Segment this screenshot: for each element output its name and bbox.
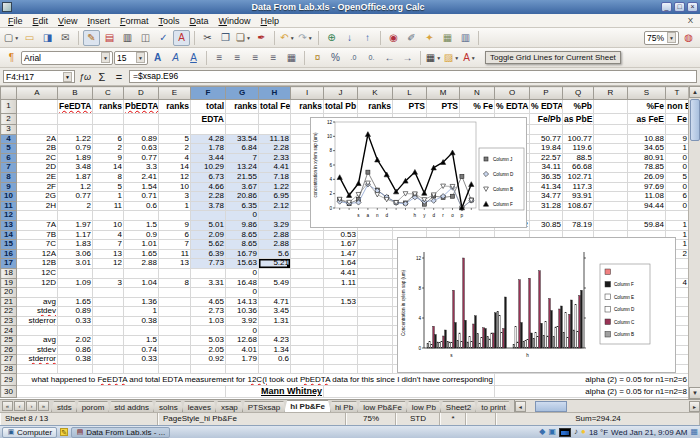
cell-D19[interactable]: 1.04	[124, 278, 159, 288]
cell-E5[interactable]: 2	[159, 144, 191, 154]
cell-G6[interactable]: 7	[226, 153, 259, 163]
cell-D25[interactable]: 1.5	[124, 336, 159, 346]
cell-G13[interactable]: 9.86	[226, 220, 259, 230]
cell-B13[interactable]: 1.97	[58, 220, 93, 230]
column-header-B[interactable]: B	[58, 87, 93, 100]
select-all-corner[interactable]	[1, 87, 17, 100]
column-header-S[interactable]: S	[628, 87, 666, 100]
cell-P12[interactable]	[530, 211, 563, 221]
styles-and-formatting-icon[interactable]: ¶	[3, 50, 20, 66]
cell-F2[interactable]: EDTA	[191, 114, 226, 125]
cell-T11[interactable]: 0	[666, 201, 689, 211]
cell-T5[interactable]: 1	[666, 144, 689, 154]
cell-A5[interactable]: 2B	[17, 144, 58, 154]
cell-C2[interactable]	[93, 114, 124, 125]
row-header-7[interactable]: 7	[1, 163, 17, 173]
cell-H9[interactable]: 1.22	[259, 182, 291, 192]
column-header-I[interactable]: I	[291, 87, 324, 100]
cell-C19[interactable]: 3	[93, 278, 124, 288]
cell-A16[interactable]: 12A	[17, 249, 58, 259]
column-header-P[interactable]: P	[530, 87, 563, 100]
cell-Q1[interactable]: %Pb	[563, 100, 594, 114]
cell-C8[interactable]: 8	[93, 172, 124, 182]
cell-B21[interactable]: 1.65	[58, 297, 93, 307]
cell-J14[interactable]: 0.53	[324, 230, 358, 240]
cell-F22[interactable]: 2.73	[191, 307, 226, 317]
cell-J17[interactable]: 1.64	[324, 259, 358, 269]
chevron-down-icon[interactable]: ▼	[101, 52, 110, 63]
cell-F20[interactable]	[191, 288, 226, 298]
cell-J1[interactable]: total Pb	[324, 100, 358, 114]
spellcheck-icon[interactable]: ✓	[155, 30, 172, 46]
cell-E27[interactable]	[159, 355, 191, 365]
sheet-tab-to-print[interactable]: to print	[475, 401, 509, 412]
cell-C12[interactable]	[93, 211, 124, 221]
scroll-up-icon[interactable]: ▲	[689, 86, 700, 98]
cell-Q2[interactable]: as PbE	[563, 114, 594, 125]
cell-E14[interactable]: 6	[159, 230, 191, 240]
cell-K17[interactable]	[358, 259, 393, 269]
cell-J19[interactable]: 1.11	[324, 278, 358, 288]
cell-K26[interactable]	[358, 345, 393, 355]
column-header-F[interactable]: F	[191, 87, 226, 100]
cell-B5[interactable]: 0.79	[58, 144, 93, 154]
chevron-down-icon[interactable]: ▼	[136, 52, 145, 63]
cell-G1[interactable]: ranks	[226, 100, 259, 114]
cell-G27[interactable]: 1.79	[226, 355, 259, 365]
cell-B15[interactable]: 1.83	[58, 240, 93, 250]
cell-I24[interactable]	[291, 326, 324, 336]
cell-S7[interactable]: 78.85	[628, 163, 666, 173]
column-header-N[interactable]: N	[460, 87, 495, 100]
cell-C16[interactable]: 13	[93, 249, 124, 259]
cell-B20[interactable]	[58, 288, 93, 298]
cell-F9[interactable]: 4.66	[191, 182, 226, 192]
cell-S9[interactable]: 97.69	[628, 182, 666, 192]
cell-T3[interactable]	[666, 125, 689, 135]
cell-F4[interactable]: 4.28	[191, 134, 226, 144]
cell-F3[interactable]	[191, 125, 226, 135]
cell-H1[interactable]: total Fe	[259, 100, 291, 114]
cell-P5[interactable]: 19.84	[530, 144, 563, 154]
cell-R9[interactable]	[594, 182, 628, 192]
cell-A3[interactable]	[17, 125, 58, 135]
cell-A28[interactable]	[17, 364, 58, 374]
note-cell[interactable]: what happened to FeEDTA and total EDTA m…	[17, 374, 495, 386]
cell-H8[interactable]: 7.18	[259, 172, 291, 182]
cell-F7[interactable]: 10.29	[191, 163, 226, 173]
cell-T6[interactable]: 0	[666, 153, 689, 163]
row-header-25[interactable]: 25	[1, 336, 17, 346]
cut-icon[interactable]: ✂	[199, 30, 216, 46]
cell-E18[interactable]	[159, 268, 191, 278]
cell-M1[interactable]: PTS	[427, 100, 460, 114]
menu-edit[interactable]: Edit	[28, 15, 54, 27]
cell-G20[interactable]: 0	[226, 288, 259, 298]
row-header-22[interactable]: 22	[1, 307, 17, 317]
cell-D12[interactable]	[124, 211, 159, 221]
cell-J15[interactable]: 1.67	[324, 240, 358, 250]
cell-A12[interactable]	[17, 211, 58, 221]
cell-H3[interactable]	[259, 125, 291, 135]
cell-T13[interactable]: 1	[666, 220, 689, 230]
cell-I22[interactable]	[291, 307, 324, 317]
cell-K18[interactable]	[358, 268, 393, 278]
cell-H5[interactable]: 2.28	[259, 144, 291, 154]
cell-K20[interactable]	[358, 288, 393, 298]
sheet-tab-low-pb-fe[interactable]: low Pb&Fe	[357, 401, 408, 412]
network-icon[interactable]: ◆	[539, 427, 545, 437]
cell-C9[interactable]: 5	[93, 182, 124, 192]
cell-A19[interactable]: 12D	[17, 278, 58, 288]
cell-A10[interactable]: 2G	[17, 192, 58, 202]
cell-S8[interactable]: 26.09	[628, 172, 666, 182]
cell[interactable]	[324, 386, 495, 398]
cell-E2[interactable]	[159, 114, 191, 125]
cell-D1[interactable]: PbEDTA	[124, 100, 159, 114]
column-header-C[interactable]: C	[93, 87, 124, 100]
cell-A6[interactable]: 2C	[17, 153, 58, 163]
cell-A21[interactable]: avg	[17, 297, 58, 307]
cell-R10[interactable]	[594, 192, 628, 202]
cell-P3[interactable]	[530, 125, 563, 135]
sheet-tab-stds[interactable]: stds	[51, 401, 78, 412]
cell-G9[interactable]: 3.67	[226, 182, 259, 192]
row-header-27[interactable]: 27	[1, 355, 17, 365]
cell-A15[interactable]: 7C	[17, 240, 58, 250]
